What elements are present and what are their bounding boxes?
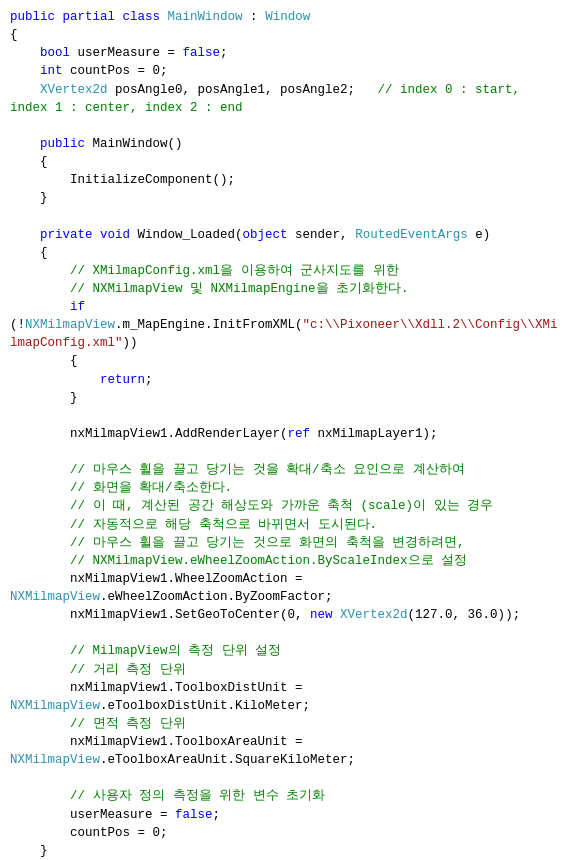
code-line-44: // 사용자 정의 측정을 위한 변수 초기화 bbox=[10, 787, 571, 805]
code-line-18: (!NXMilmapView.m_MapEngine.InitFromXML("… bbox=[10, 316, 571, 334]
code-line-32: nxMilmapView1.WheelZoomAction = bbox=[10, 570, 571, 588]
code-line-34: nxMilmapView1.SetGeoToCenter(0, new XVer… bbox=[10, 606, 571, 624]
code-line-43 bbox=[10, 769, 571, 787]
code-line-31: // NXMilmapView.eWheelZoomAction.ByScale… bbox=[10, 552, 571, 570]
code-line-26: // 마우스 휠을 끌고 당기는 것을 확대/축소 요인으로 계산하여 bbox=[10, 461, 571, 479]
code-line-41: nxMilmapView1.ToolboxAreaUnit = bbox=[10, 733, 571, 751]
code-line-20: { bbox=[10, 352, 571, 370]
code-line-36: // MilmapView의 측정 단위 설정 bbox=[10, 642, 571, 660]
code-line-17: if bbox=[10, 298, 571, 316]
code-line-27: // 화면을 확대/축소한다. bbox=[10, 479, 571, 497]
code-line-5: XVertex2d posAngle0, posAngle1, posAngle… bbox=[10, 81, 571, 99]
code-line-22: } bbox=[10, 389, 571, 407]
code-line-21: return; bbox=[10, 371, 571, 389]
code-line-16: // NXMilmapView 및 NXMilmapEngine을 초기화한다. bbox=[10, 280, 571, 298]
code-line-40: // 면적 측정 단위 bbox=[10, 715, 571, 733]
code-line-29: // 자동적으로 해당 축척으로 바뀌면서 도시된다. bbox=[10, 516, 571, 534]
code-line-38: nxMilmapView1.ToolboxDistUnit = bbox=[10, 679, 571, 697]
code-line-46: countPos = 0; bbox=[10, 824, 571, 842]
code-line-6: index 1 : center, index 2 : end bbox=[10, 99, 571, 117]
code-line-3: bool userMeasure = false; bbox=[10, 44, 571, 62]
code-line-9: { bbox=[10, 153, 571, 171]
code-line-23 bbox=[10, 407, 571, 425]
code-line-1: public partial class MainWindow : Window bbox=[10, 8, 571, 26]
code-line-11: } bbox=[10, 189, 571, 207]
code-line-33: NXMilmapView.eWheelZoomAction.ByZoomFact… bbox=[10, 588, 571, 606]
code-line-24: nxMilmapView1.AddRenderLayer(ref nxMilma… bbox=[10, 425, 571, 443]
code-line-35 bbox=[10, 624, 571, 642]
code-line-28: // 이 때, 계산된 공간 해상도와 가까운 축척 (scale)이 있는 경… bbox=[10, 497, 571, 515]
code-line-37: // 거리 측정 단위 bbox=[10, 661, 571, 679]
code-line-39: NXMilmapView.eToolboxDistUnit.KiloMeter; bbox=[10, 697, 571, 715]
code-line-15: // XMilmapConfig.xml을 이용하여 군사지도를 위한 bbox=[10, 262, 571, 280]
code-line-25 bbox=[10, 443, 571, 461]
code-editor: public partial class MainWindow : Window… bbox=[0, 0, 581, 860]
code-line-10: InitializeComponent(); bbox=[10, 171, 571, 189]
code-line-4: int countPos = 0; bbox=[10, 62, 571, 80]
code-line-42: NXMilmapView.eToolboxAreaUnit.SquareKilo… bbox=[10, 751, 571, 769]
code-line-19: lmapConfig.xml")) bbox=[10, 334, 571, 352]
code-line-13: private void Window_Loaded(object sender… bbox=[10, 226, 571, 244]
code-line-12 bbox=[10, 207, 571, 225]
code-line-14: { bbox=[10, 244, 571, 262]
code-line-47: } bbox=[10, 842, 571, 860]
code-line-30: // 마우스 휠을 끌고 당기는 것으로 화면의 축척을 변경하려면, bbox=[10, 534, 571, 552]
code-line-2: { bbox=[10, 26, 571, 44]
code-line-45: userMeasure = false; bbox=[10, 806, 571, 824]
code-line-8: public MainWindow() bbox=[10, 135, 571, 153]
code-line-7 bbox=[10, 117, 571, 135]
